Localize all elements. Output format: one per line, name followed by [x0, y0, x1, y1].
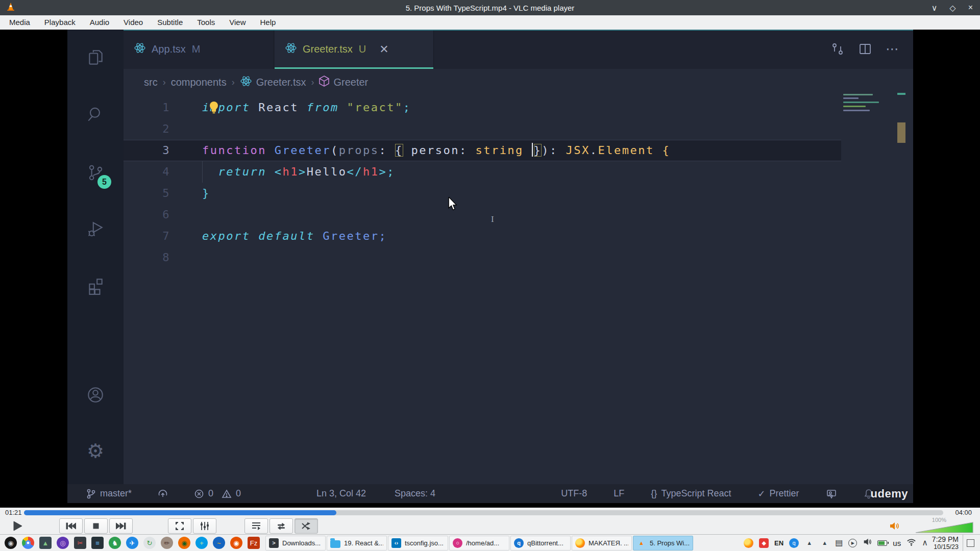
notifications-bell-watermark[interactable]: udemy — [864, 487, 908, 500]
launcher-screenshot-tool[interactable]: ✂ — [74, 536, 87, 549]
maximize-button[interactable]: ◇ — [949, 3, 955, 13]
launcher-gimp[interactable]: ✏ — [160, 536, 174, 549]
close-button[interactable]: × — [968, 3, 973, 12]
menu-audio[interactable]: Audio — [83, 15, 116, 30]
launcher-blender[interactable]: ◉ — [230, 536, 243, 549]
taskbar-window-firefox-window[interactable]: MAKATEЯ. ... — [572, 536, 632, 550]
minimize-button[interactable]: ∨ — [932, 3, 938, 13]
more-actions-icon[interactable]: ⋯ — [886, 42, 899, 58]
launcher-blue-green-app[interactable]: + — [195, 536, 208, 549]
account-icon[interactable] — [82, 381, 109, 409]
code-line-7[interactable]: 7export default Greeter; — [67, 226, 913, 247]
code-line-5[interactable]: 5} — [67, 183, 913, 204]
launcher-chrome[interactable] — [21, 536, 35, 549]
launcher-blue-messenger[interactable]: ✈ — [126, 536, 139, 549]
fullscreen-button[interactable] — [168, 518, 191, 534]
indentation-item[interactable]: Spaces: 4 — [395, 488, 435, 499]
breadcrumb-item[interactable]: Greeter — [319, 76, 368, 89]
tray-keyboard-lang-badge[interactable]: EN — [774, 539, 783, 547]
launcher-tor-browser[interactable]: ◎ — [56, 536, 69, 549]
vlc-control-panel: 01:21 04:00 — [0, 508, 980, 534]
launcher-image-viewer[interactable]: ▲ — [39, 536, 52, 549]
launcher-mixer-settings[interactable]: ≡ — [91, 536, 104, 549]
extended-settings-button[interactable] — [193, 518, 216, 534]
tray-qbittorrent-tray-icon[interactable]: q — [789, 538, 799, 548]
language-mode-item[interactable]: {} TypeScript React — [651, 488, 731, 499]
taskbar-clock[interactable]: 7:29 PM 10/15/23 — [932, 535, 959, 550]
lightbulb-icon[interactable] — [208, 101, 219, 117]
tray-keyboard-layout-badge[interactable]: us — [893, 539, 901, 547]
open-changes-icon[interactable] — [830, 42, 845, 58]
tray-vlc-tray-icon-2[interactable]: ▲ — [820, 538, 829, 548]
breadcrumb-item[interactable]: components — [171, 77, 227, 88]
taskbar-window-file-manager-window[interactable]: 19. React &... — [327, 536, 387, 550]
scrollbar-slider[interactable] — [897, 122, 905, 143]
menu-media[interactable]: Media — [2, 15, 37, 30]
video-area[interactable]: 5 ⚙ App.tsxM Greeter.tsxU✕ — [0, 30, 980, 508]
previous-button[interactable] — [59, 518, 83, 534]
menu-tools[interactable]: Tools — [190, 15, 222, 30]
tray-vlc-tray-icon-1[interactable]: ▲ — [804, 538, 814, 548]
menu-help[interactable]: Help — [253, 15, 283, 30]
code-line-8[interactable]: 8 — [67, 247, 913, 268]
code-line-3[interactable]: 3function Greeter(props: { person: strin… — [124, 140, 841, 161]
minimap-line — [843, 110, 870, 111]
breadcrumb-item[interactable]: Greeter.tsx — [240, 75, 306, 90]
split-editor-icon[interactable] — [858, 42, 872, 58]
tab-close-icon[interactable]: ✕ — [379, 43, 388, 56]
volume-slider[interactable] — [915, 521, 975, 536]
taskbar-window-mpv-window[interactable]: ○/home/ad... — [449, 536, 509, 550]
code-line-4[interactable]: 4 return <h1>Hello</h1>; — [67, 161, 913, 183]
taskbar-window-vscode-window[interactable]: ‹›tsconfig.jso... — [388, 536, 448, 550]
sync-changes-item[interactable] — [157, 488, 168, 499]
extensions-icon[interactable] — [82, 272, 109, 300]
launcher-audacity[interactable]: ~ — [212, 536, 226, 549]
stop-button[interactable] — [84, 518, 108, 534]
playlist-button[interactable] — [244, 518, 268, 534]
explorer-icon[interactable] — [82, 44, 109, 71]
next-button[interactable] — [109, 518, 133, 534]
code-line-6[interactable]: 6 — [67, 204, 913, 226]
feedback-icon[interactable] — [826, 488, 837, 499]
code-line-1[interactable]: 1import React from "react"; — [67, 97, 913, 118]
shuffle-button[interactable] — [295, 518, 318, 534]
problems-item[interactable]: 0 0 — [194, 488, 241, 499]
play-button[interactable] — [7, 520, 28, 532]
tray-player-tray-icon[interactable]: ▶ — [848, 539, 857, 547]
volume-control[interactable]: 100% — [889, 518, 976, 534]
react-file-icon — [240, 75, 252, 90]
tray-battery-tray-icon[interactable] — [877, 540, 887, 546]
line-content: import React from "react"; — [202, 97, 411, 118]
tray-clipboard-tray-icon[interactable]: ▤ — [835, 539, 843, 547]
launcher-filezilla[interactable]: Fz — [247, 536, 260, 549]
tray-firefox-tray-icon[interactable] — [744, 538, 753, 548]
formatter-item[interactable]: ✓ Prettier — [757, 488, 799, 499]
launcher-sync-tool[interactable]: ↻ — [143, 536, 156, 549]
settings-gear-icon[interactable]: ⚙ — [82, 437, 109, 465]
code-line-2[interactable]: 2 — [67, 118, 913, 140]
tray-volume-tray-icon[interactable] — [863, 537, 872, 548]
taskbar-window-qbittorrent-window[interactable]: qqBittorrent... — [510, 536, 571, 550]
git-branch-item[interactable]: master* — [86, 488, 132, 499]
tab-app-tsx[interactable]: App.tsxM — [124, 30, 274, 69]
loop-button[interactable] — [270, 518, 293, 534]
eol-item[interactable]: LF — [614, 488, 624, 499]
taskbar-window-vlc-window[interactable]: ▲5. Props Wi... — [633, 536, 693, 550]
launcher-tiger-vnc[interactable]: ◉ — [178, 536, 191, 549]
show-desktop-button[interactable] — [963, 535, 978, 551]
launcher-green-player[interactable]: ♞ — [108, 536, 121, 549]
menu-subtitle[interactable]: Subtitle — [150, 15, 190, 30]
menu-video[interactable]: Video — [116, 15, 150, 30]
launcher-media-app[interactable]: ◉ — [4, 536, 17, 549]
tray-tray-expander[interactable]: ∧ — [922, 539, 928, 547]
tab-greeter-tsx[interactable]: Greeter.tsxU✕ — [275, 30, 434, 69]
menu-view[interactable]: View — [222, 15, 253, 30]
taskbar-window-terminal-window[interactable]: >Downloads... — [265, 536, 326, 550]
seek-bar[interactable] — [24, 510, 943, 515]
menu-playback[interactable]: Playback — [37, 15, 83, 30]
cursor-position-item[interactable]: Ln 3, Col 42 — [316, 488, 366, 499]
breadcrumb-item[interactable]: src — [144, 77, 158, 88]
tray-network-tray-icon[interactable] — [906, 537, 916, 549]
tray-red-app-tray-icon[interactable]: ◆ — [759, 538, 769, 548]
encoding-item[interactable]: UTF-8 — [561, 488, 587, 499]
